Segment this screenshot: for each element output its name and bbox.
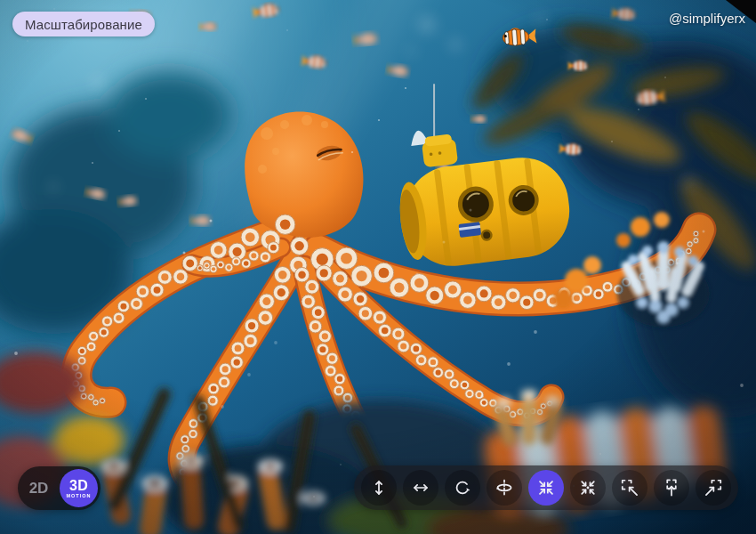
orbit-3d-icon bbox=[495, 478, 514, 498]
arrows-vertical-icon bbox=[369, 478, 389, 498]
underwater-scene bbox=[0, 0, 756, 534]
rotate-button[interactable] bbox=[445, 470, 480, 506]
frame-arrow-up-icon bbox=[662, 478, 681, 498]
arrows-horizontal-icon bbox=[411, 478, 430, 498]
mode-3d-sublabel: MOTION bbox=[67, 493, 92, 498]
crash-zoom-right-button[interactable] bbox=[696, 470, 731, 506]
vignette bbox=[0, 0, 756, 534]
watermark-handle: @simplifyerx bbox=[669, 11, 745, 26]
mode-toggle[interactable]: 2D3DMOTION bbox=[18, 466, 101, 510]
crash-zoom-up-button[interactable] bbox=[654, 470, 689, 506]
pan-vertical-button[interactable] bbox=[361, 470, 397, 506]
orbit-3d-button[interactable] bbox=[487, 470, 522, 506]
arrows-compress-dot-icon bbox=[578, 478, 598, 498]
camera-motion-toolbar bbox=[354, 465, 738, 510]
mode-3d-label: 3D bbox=[69, 479, 88, 492]
arrows-compress-icon bbox=[536, 478, 556, 498]
frame-arrow-up-left-icon bbox=[620, 478, 639, 498]
pan-horizontal-button[interactable] bbox=[403, 470, 438, 506]
frame-arrow-up-right-icon bbox=[704, 478, 723, 498]
crash-zoom-left-button[interactable] bbox=[612, 470, 647, 506]
rotate-cw-icon bbox=[453, 478, 472, 498]
mode-2d-button[interactable]: 2D bbox=[18, 480, 60, 498]
zoom-out-button[interactable] bbox=[570, 470, 606, 506]
zoom-in-button[interactable] bbox=[528, 470, 564, 506]
mode-3d-button[interactable]: 3DMOTION bbox=[60, 469, 98, 507]
video-canvas: Масштабирование @simplifyerx 2D3DMOTION bbox=[0, 0, 756, 534]
tool-label-badge: Масштабирование bbox=[12, 12, 155, 36]
